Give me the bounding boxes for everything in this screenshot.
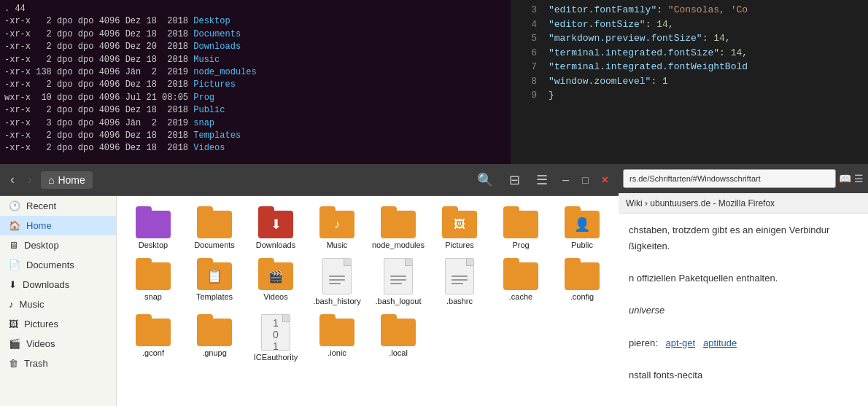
forward-button[interactable]: › [23,169,36,190]
file-item-bashrc[interactable]: .bashrc [429,254,490,310]
file-label: Public [571,241,593,249]
browser-address-bar[interactable]: rs.de/Schriftarten/#Windowsschriftart [623,169,836,188]
sidebar-item-downloads[interactable]: ⬇ Downloads [0,275,116,294]
doc-icon: 101 [261,314,290,351]
file-item-templates[interactable]: 📋 Templates [184,254,245,310]
file-item-public[interactable]: 👤 Public [551,202,613,254]
home-breadcrumb[interactable]: ⌂ Home [41,171,93,189]
terminal-line: -xr-x 2 dpo dpo 4096 Dez 18 2018 Picture… [4,79,506,91]
pictures-icon: 🖼 [9,319,18,329]
address-text: rs.de/Schriftarten/#Windowsschriftart [629,174,761,183]
home-label: Home [58,174,85,186]
sidebar-item-pictures[interactable]: 🖼 Pictures [0,314,116,334]
browser-text: chstaben, trotzdem gibt es an einigen Ve… [629,222,858,238]
file-label: snap [144,292,162,301]
maximize-button[interactable]: □ [578,171,592,189]
home-icon: ⌂ [48,174,54,186]
trash-icon: 🗑 [9,358,18,369]
videos-icon: 🎬 [9,338,20,349]
fm-sidebar: 🕐 Recent 🏠 Home 🖥 Desktop 📄 Documents ⬇ … [0,196,117,406]
documents-icon: 📄 [9,259,20,270]
terminal-line: -xr-x 2 dpo dpo 4096 Dez 18 2018 Desktop [4,15,506,28]
file-item-gconf[interactable]: .gconf [123,310,184,366]
file-item-desktop[interactable]: Desktop [123,202,184,254]
folder-icon [318,314,356,346]
file-label: Desktop [139,241,168,249]
sidebar-label: Recent [26,200,56,211]
browser-content: chstaben, trotzdem gibt es an einigen Ve… [619,214,868,406]
fm-toolbar: ‹ › ⌂ Home 🔍 ⊟ ☰ – □ × [0,164,619,196]
folder-icon: 👤 [563,206,601,238]
browser-text: pieren: apt-get aptitude [629,335,858,351]
file-label: .bash_history [313,297,360,305]
file-label: .local [389,348,408,357]
file-item-bash-history[interactable]: .bash_history [306,254,368,310]
file-item-gnupg[interactable]: .gnupg [184,310,245,366]
home-icon: 🏠 [9,220,20,231]
file-label: Templates [196,292,233,301]
file-item-bash-logout[interactable]: .bash_logout [368,254,429,310]
file-label: .bashrc [446,297,473,305]
apt-get-link[interactable]: apt-get [666,337,695,348]
desktop-icon: 🖥 [9,240,18,251]
folder-icon [563,258,601,290]
aptitude-link[interactable]: aptitude [703,337,737,348]
folder-icon [379,206,417,238]
browser-reader-button[interactable]: 📖 [839,173,851,184]
file-item-iceauthority[interactable]: 101 ICEauthority [245,310,306,366]
file-label: Prog [512,241,529,249]
sidebar-item-home[interactable]: 🏠 Home [0,216,116,235]
close-button[interactable]: × [597,171,613,190]
folder-icon [134,314,172,346]
sidebar-item-desktop[interactable]: 🖥 Desktop [0,235,116,255]
sidebar-item-trash[interactable]: 🗑 Trash [0,354,116,373]
sidebar-item-videos[interactable]: 🎬 Videos [0,334,116,354]
terminal-line: -xr-x 2 dpo dpo 4096 Dez 18 2018 Videos [4,142,506,155]
terminal-line: -xr-x 2 dpo dpo 4096 Dez 18 2018 Public [4,104,506,117]
file-item-documents[interactable]: Documents [184,202,245,254]
file-item-videos[interactable]: 🎬 Videos [245,254,306,310]
file-item-config[interactable]: .config [551,254,613,310]
browser-text: ßigkeiten. [629,238,858,254]
sidebar-item-recent[interactable]: 🕐 Recent [0,196,116,216]
browser-toolbar: rs.de/Schriftarten/#Windowsschriftart 📖 … [619,164,868,193]
editor-line-5: 5 "markdown.preview.fontSize": 14, [511,31,868,46]
terminal-line: -xr-x 3 dpo dpo 4096 Jän 2 2019 snap [4,117,506,130]
file-item-downloads[interactable]: ⬇ Downloads [245,202,306,254]
browser-menu-button[interactable]: ☰ [854,173,864,184]
terminal-line: -xr-x 138 dpo dpo 4096 Jän 2 2019 node_m… [4,66,506,79]
file-item-node-modules[interactable]: node_modules [368,202,429,254]
menu-button[interactable]: ☰ [530,169,554,191]
editor-line-4: 4 "editor.fontSize": 14, [511,17,868,32]
file-label: Documents [194,241,235,249]
sidebar-label: Pictures [24,319,58,329]
back-button[interactable]: ‹ [6,169,19,190]
doc-icon [384,258,413,294]
sidebar-item-music[interactable]: ♪ Music [0,294,116,314]
sidebar-label: Trash [24,358,48,369]
editor-line-7: 7 "terminal.integrated.fontWeightBold [511,60,868,74]
folder-icon: 📋 [195,258,233,290]
file-item-snap[interactable]: snap [123,254,184,310]
file-label: Music [327,241,348,249]
music-icon: ♪ [9,299,14,310]
editor-panel: 3 "editor.fontFamily": "Consolas, 'Co 4 … [511,0,868,164]
terminal-line: -xr-x 2 dpo dpo 4096 Dez 18 2018 Documen… [4,28,506,41]
browser-panel: rs.de/Schriftarten/#Windowsschriftart 📖 … [619,164,868,406]
folder-icon [502,258,540,290]
file-item-cache[interactable]: .cache [490,254,551,310]
file-item-pictures[interactable]: 🖼 Pictures [429,202,490,254]
file-item-prog[interactable]: Prog [490,202,551,254]
sidebar-item-documents[interactable]: 📄 Documents [0,255,116,275]
browser-title: Wiki › ubuntuusers.de - Mozilla Firefox [626,198,775,208]
view-toggle-button[interactable]: ⊟ [503,169,526,191]
search-button[interactable]: 🔍 [471,169,499,191]
file-label: node_modules [372,241,425,249]
doc-icon [445,258,474,294]
file-item-ionic[interactable]: .ionic [306,310,368,366]
minimize-button[interactable]: – [558,171,573,190]
terminal-panel: . 44 -xr-x 2 dpo dpo 4096 Dez 18 2018 De… [0,0,511,164]
file-item-music[interactable]: ♪ Music [306,202,368,254]
file-item-local[interactable]: .local [368,310,429,366]
folder-icon [134,258,172,290]
